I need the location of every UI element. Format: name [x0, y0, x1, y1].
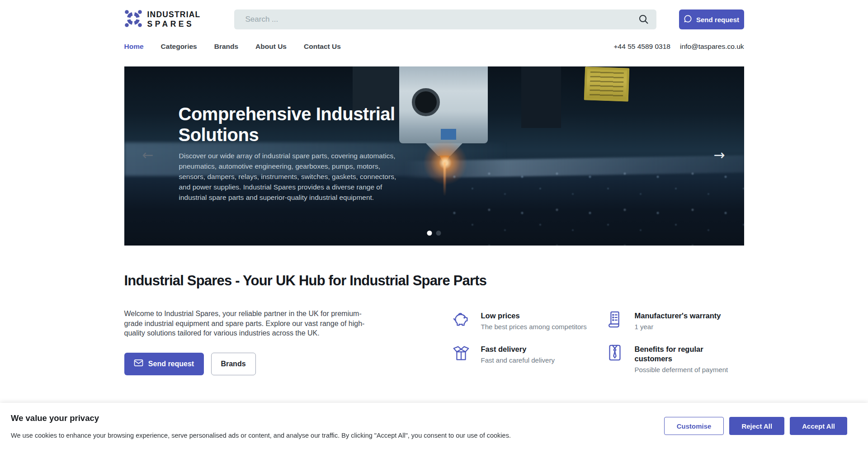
feature-warranty: Manufacturer's warranty 1 year — [605, 310, 744, 331]
feature-subtitle: The best prices among competitors — [481, 323, 587, 331]
nav-item-contact-us[interactable]: Contact Us — [304, 43, 341, 51]
bokeh-texture — [446, 167, 744, 246]
feature-subtitle: Possible deferment of payment — [635, 366, 728, 373]
main-navigation: Home Categories Brands About Us Contact … — [124, 42, 744, 52]
hero-title-line2: Solutions — [179, 125, 259, 145]
feature-text: Fast delivery Fast and careful delivery — [481, 343, 555, 373]
phone-number[interactable]: +44 55 4589 0318 — [614, 43, 670, 51]
hero-title: Comprehensive Industrial Solutions — [179, 104, 395, 145]
feature-fast-delivery: Fast delivery Fast and careful delivery — [452, 343, 605, 373]
brand-name: INDUSTRIAL SPARES — [147, 11, 201, 28]
feature-low-prices: Low prices The best prices among competi… — [452, 310, 605, 331]
warranty-receipt-icon — [605, 310, 624, 329]
brand-logo-icon — [124, 9, 142, 29]
nav-item-categories[interactable]: Categories — [161, 43, 197, 51]
carousel-dot-2[interactable] — [436, 231, 441, 236]
hero-title-line1: Comprehensive Industrial — [179, 104, 395, 124]
feature-title: Fast delivery — [481, 345, 555, 354]
header-contacts: +44 55 4589 0318 info@taspares.co.uk — [614, 43, 744, 51]
reject-all-button[interactable]: Reject All — [729, 417, 784, 435]
send-request-main-label: Send request — [148, 360, 194, 368]
customise-button[interactable]: Customise — [664, 417, 724, 435]
page-title: Industrial Spares - Your UK Hub for Indu… — [124, 273, 744, 289]
chat-bubble-icon — [684, 14, 692, 24]
open-box-icon — [452, 343, 471, 362]
nav-item-home[interactable]: Home — [124, 43, 144, 51]
feature-title: Benefits for regular customers — [635, 345, 714, 364]
accept-all-button[interactable]: Accept All — [790, 417, 847, 435]
brand-name-line1: INDUSTRIAL — [147, 11, 201, 19]
feature-text: Benefits for regular customers Possible … — [635, 343, 728, 373]
hero-carousel: Comprehensive Industrial Solutions Disco… — [124, 66, 744, 246]
send-request-button-main[interactable]: Send request — [124, 353, 204, 375]
feature-title: Manufacturer's warranty — [635, 311, 721, 321]
intro-section: Welcome to Industrial Spares, your relia… — [124, 309, 744, 375]
send-request-label: Send request — [696, 16, 739, 24]
brand-logo[interactable]: INDUSTRIAL SPARES — [124, 9, 234, 29]
feature-subtitle: Fast and careful delivery — [481, 356, 555, 364]
feature-subtitle: 1 year — [635, 323, 721, 331]
cta-row: Send request Brands — [124, 353, 377, 375]
intro-text: Welcome to Industrial Spares, your relia… — [124, 309, 377, 338]
brand-name-line2: SPARES — [147, 20, 201, 28]
cookie-message: We use cookies to enhance your browsing … — [11, 432, 645, 439]
cookie-text: We value your privacy We use cookies to … — [11, 413, 659, 439]
search-bar — [234, 9, 656, 29]
send-request-button-header[interactable]: Send request — [679, 9, 744, 29]
feature-text: Low prices The best prices among competi… — [481, 310, 587, 331]
shirt-tie-icon — [605, 343, 624, 362]
brands-button[interactable]: Brands — [211, 353, 256, 375]
feature-benefits: Benefits for regular customers Possible … — [605, 343, 744, 373]
machine-frame-right — [521, 66, 561, 128]
laser-spark-beam — [443, 162, 446, 196]
feature-text: Manufacturer's warranty 1 year — [635, 310, 721, 331]
nav-item-about-us[interactable]: About Us — [255, 43, 287, 51]
search-icon[interactable] — [638, 14, 649, 25]
intro-column: Welcome to Industrial Spares, your relia… — [124, 309, 377, 375]
nav-links: Home Categories Brands About Us Contact … — [124, 43, 341, 51]
cookie-title: We value your privacy — [11, 413, 645, 423]
carousel-dots — [427, 231, 441, 236]
laser-cutter-lens — [412, 88, 440, 116]
header: INDUSTRIAL SPARES Send request — [124, 0, 744, 30]
piggy-bank-icon — [452, 310, 471, 329]
carousel-next-arrow-icon[interactable]: → — [713, 147, 725, 163]
machine-badge — [441, 129, 456, 140]
email-address[interactable]: info@taspares.co.uk — [680, 43, 744, 51]
envelope-icon — [134, 359, 143, 369]
search-input[interactable] — [234, 9, 656, 29]
features-grid: Low prices The best prices among competi… — [452, 309, 744, 373]
carousel-prev-arrow-icon[interactable]: ← — [142, 147, 154, 163]
feature-title: Low prices — [481, 311, 587, 321]
carousel-dot-1[interactable] — [427, 231, 432, 236]
warning-label — [584, 66, 629, 101]
cookie-consent-banner: We value your privacy We use cookies to … — [0, 403, 868, 449]
nav-item-brands[interactable]: Brands — [214, 43, 238, 51]
hero-description: Discover our wide array of industrial sp… — [179, 151, 407, 203]
